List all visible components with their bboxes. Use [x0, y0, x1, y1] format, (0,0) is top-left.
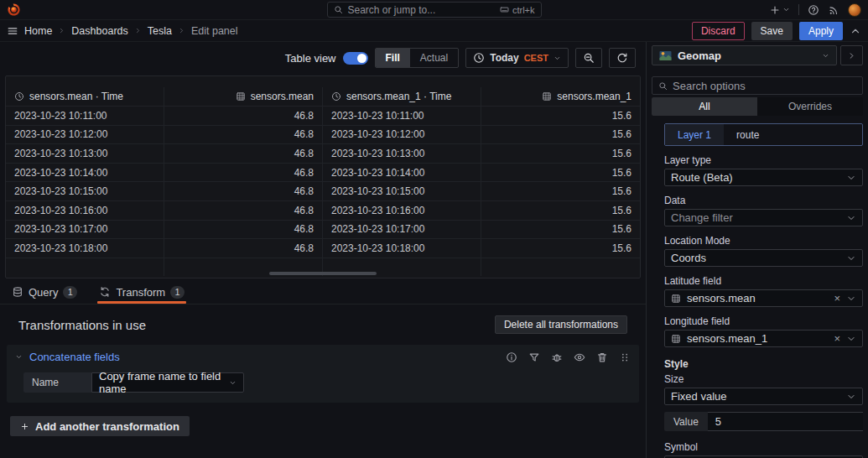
breadcrumb-dashboard-name[interactable]: Tesla: [148, 25, 172, 37]
table-view-label: Table view: [285, 52, 336, 65]
collapse-options-button[interactable]: [850, 25, 861, 37]
options-search-input[interactable]: [673, 80, 856, 92]
table-cell: 2023-10-23 10:13:00: [6, 144, 164, 163]
geomap-viz-icon: [659, 50, 672, 61]
table-cell: 2023-10-23 10:11:00: [6, 107, 164, 125]
name-field-label: Name: [23, 372, 91, 393]
data-select[interactable]: Change filter: [664, 209, 863, 226]
column-header[interactable]: sensors.mean_1: [481, 87, 640, 106]
tab-all[interactable]: All: [652, 97, 757, 116]
plus-icon: [769, 4, 781, 16]
options-search[interactable]: [652, 76, 863, 95]
pane-size-switch: Fill Actual: [375, 48, 460, 68]
eye-icon[interactable]: [574, 351, 585, 363]
table-icon: [542, 91, 552, 101]
database-icon: [12, 286, 23, 298]
global-search-input[interactable]: [348, 4, 495, 16]
breadcrumb-dashboards[interactable]: Dashboards: [71, 25, 127, 37]
help-icon[interactable]: [808, 4, 819, 16]
table-cell: 46.8: [164, 221, 323, 239]
location-mode-select[interactable]: Coords: [664, 249, 863, 267]
breadcrumb-edit-panel: Edit panel: [191, 25, 238, 37]
column-header[interactable]: sensors.mean_1 · Time: [323, 87, 481, 106]
trash-icon[interactable]: [596, 351, 608, 363]
latitude-field-value: sensors.mean: [687, 292, 756, 304]
layer-tab-1[interactable]: Layer 1: [665, 124, 724, 145]
add-transformation-button[interactable]: Add another transformation: [10, 416, 190, 436]
actual-option[interactable]: Actual: [410, 49, 458, 67]
transformation-card: Concatenate fields Name Copy frame name …: [7, 345, 639, 403]
add-menu-button[interactable]: [769, 4, 790, 16]
drag-handle-icon[interactable]: [619, 351, 631, 363]
tab-overrides[interactable]: Overrides: [757, 97, 863, 116]
tab-query[interactable]: Query 1: [10, 280, 79, 304]
table-row: 2023-10-23 10:18:0046.82023-10-23 10:18:…: [6, 238, 640, 258]
open-options-pane-button[interactable]: [840, 45, 863, 65]
location-mode-label: Location Mode: [664, 235, 863, 247]
table-cell: 46.8: [164, 239, 323, 258]
size-value: Fixed value: [671, 390, 726, 403]
table-header: sensors.mean · Time sensors.mean sensors…: [6, 87, 640, 106]
table-row: 2023-10-23 10:13:0046.82023-10-23 10:13:…: [6, 143, 640, 163]
layer-tab-route[interactable]: route: [724, 124, 772, 145]
panel-toolbar: Table view Fill Actual Today CEST: [0, 42, 646, 69]
column-header-label: sensors.mean_1: [557, 91, 632, 102]
visualization-picker[interactable]: Geomap: [652, 45, 837, 65]
discard-button[interactable]: Discard: [692, 22, 745, 40]
chevron-down-icon: [554, 55, 561, 62]
user-avatar[interactable]: [848, 3, 861, 17]
table-row: 2023-10-23 10:15:0046.82023-10-23 10:15:…: [6, 181, 640, 200]
fill-option[interactable]: Fill: [376, 49, 410, 67]
table-cell: 15.6: [481, 164, 640, 182]
table-cell: 46.8: [164, 164, 323, 182]
clear-icon[interactable]: ×: [834, 333, 840, 344]
chevron-down-icon[interactable]: [15, 353, 23, 361]
table-icon: [671, 334, 681, 344]
clock-icon: [14, 91, 24, 101]
save-button[interactable]: Save: [751, 22, 793, 40]
top-nav: ctrl+k: [0, 0, 868, 20]
chevron-down-icon: [782, 6, 790, 13]
options-fields: Layer 1 route Layer type Route (Beta) Da…: [652, 123, 863, 458]
longitude-field-select[interactable]: sensors.mean_1 ×: [664, 330, 863, 347]
horizontal-scrollbar[interactable]: [269, 272, 377, 275]
tab-transform[interactable]: Transform 1: [97, 280, 186, 304]
grafana-logo-icon[interactable]: [7, 3, 21, 17]
frame-name-mode-select[interactable]: Copy frame name to field name: [91, 372, 244, 393]
transformations-title: Transformations in use: [18, 318, 146, 332]
info-icon[interactable]: [506, 351, 517, 363]
menu-icon[interactable]: [7, 25, 18, 37]
chevron-right-icon: [847, 51, 856, 60]
longitude-field-label: Longitude field: [664, 315, 863, 327]
time-range-picker[interactable]: Today CEST: [465, 48, 569, 68]
panel-options-pane: Geomap All Overrides Layer 1 route Layer…: [646, 42, 868, 458]
plus-icon: [20, 422, 29, 431]
transformation-name[interactable]: Concatenate fields: [29, 351, 120, 363]
clock-icon: [331, 91, 341, 101]
table-cell: 15.6: [481, 182, 640, 200]
size-select[interactable]: Fixed value: [664, 388, 863, 405]
table-view-toggle[interactable]: [343, 52, 368, 65]
global-search[interactable]: ctrl+k: [327, 2, 542, 18]
refresh-button[interactable]: [609, 48, 636, 68]
layer-type-select[interactable]: Route (Beta): [664, 169, 863, 186]
table-cell: 2023-10-23 10:13:00: [323, 144, 481, 163]
time-range-label: Today: [490, 52, 518, 64]
clear-icon[interactable]: ×: [834, 293, 840, 304]
filter-icon[interactable]: [528, 351, 540, 363]
column-header[interactable]: sensors.mean · Time: [6, 87, 164, 106]
breadcrumb-home[interactable]: Home: [24, 25, 52, 37]
transform-count-badge: 1: [170, 286, 185, 299]
value-input[interactable]: [708, 412, 863, 431]
zoom-out-time-button[interactable]: [575, 48, 602, 68]
latitude-field-select[interactable]: sensors.mean ×: [664, 289, 863, 307]
table-cell: 15.6: [481, 239, 640, 258]
table-row: 2023-10-23 10:16:0046.82023-10-23 10:16:…: [6, 200, 640, 220]
delete-all-transformations-button[interactable]: Delete all transformations: [495, 315, 627, 334]
column-header[interactable]: sensors.mean: [164, 87, 323, 106]
data-value: Change filter: [671, 211, 733, 224]
debug-icon[interactable]: [551, 351, 563, 363]
tab-transform-label: Transform: [116, 286, 165, 299]
apply-button[interactable]: Apply: [799, 22, 843, 40]
news-icon[interactable]: [828, 4, 839, 16]
